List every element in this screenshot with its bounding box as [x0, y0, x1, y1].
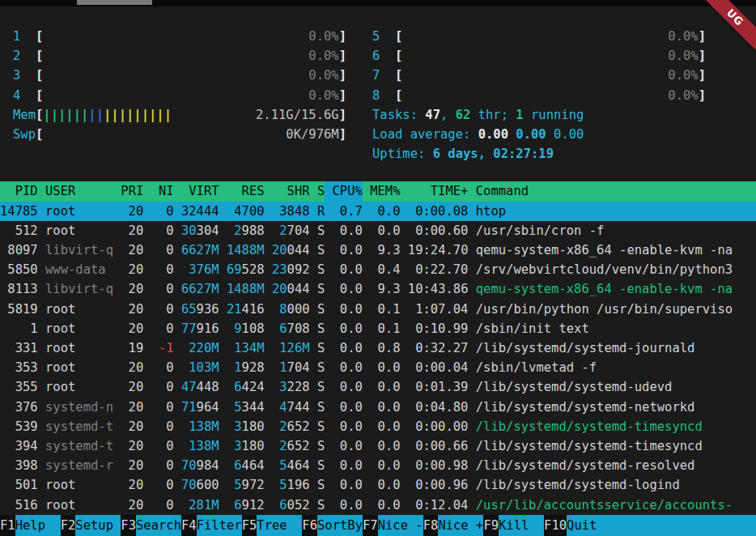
fnkey-label: F9 — [483, 515, 499, 536]
header-cell-command[interactable]: Command — [468, 181, 756, 201]
shr-cell: 20044 — [265, 240, 310, 260]
nice-cell: 0 — [143, 398, 173, 417]
fnkey-item[interactable]: F8 Nice + — [423, 515, 484, 536]
tasks-threads: 62 — [456, 108, 471, 122]
nice-cell: -1 — [143, 338, 173, 358]
shr-cell: 5196 — [265, 475, 310, 495]
fnkey-item[interactable]: F3 Search — [121, 515, 181, 536]
process-row[interactable]: 14785 root 20 0 32444 4700 3848 R 0.7 0.… — [0, 202, 756, 221]
virt-cyan-part: 138M — [189, 419, 219, 434]
priority-cell: 20 — [113, 417, 143, 436]
meter-close-bracket: ] — [339, 46, 346, 66]
header-cell-cpu-sorted[interactable]: CPU% — [325, 181, 363, 201]
priority-cell: 20 — [113, 436, 143, 456]
nice-cell: 0 — [143, 240, 173, 260]
mem-pct-cell: 0.0 — [363, 417, 401, 436]
virt-cell: 138M — [174, 436, 219, 456]
header-cell-mem[interactable]: MEM% — [363, 181, 401, 201]
process-table: PID USER PRI NI VIRT RES SHR S CPU% MEM%… — [0, 181, 756, 514]
user-cell: systemd-t — [38, 436, 113, 456]
cpu-pct-cell: 0.0 — [325, 377, 363, 397]
fnkey-item[interactable]: F5 Tree — [242, 515, 303, 536]
cpu-pct-cell: 0.0 — [325, 279, 363, 299]
cpu-pct-cell: 0.0 — [325, 300, 363, 319]
fnkey-item[interactable]: F1 Help — [0, 515, 61, 536]
priority-cell: 20 — [113, 279, 143, 299]
virt-cyan-part: 376M — [189, 262, 219, 277]
shr-cyan-part: 2 — [279, 439, 287, 453]
header-cell-user[interactable]: USER — [38, 181, 113, 201]
process-row[interactable]: 1 root 20 0 77916 9108 6708 S 0.0 0.1 0:… — [0, 319, 756, 338]
shr-cyan-part: 5 — [279, 458, 287, 473]
cpu-number: 3 — [13, 66, 36, 85]
priority-cell: 20 — [113, 240, 143, 260]
shr-cyan-part: 126M — [279, 341, 309, 355]
cpu-pct-cell: 0.0 — [325, 221, 363, 240]
process-row[interactable]: 353 root 20 0 103M 1928 1704 S 0.0 0.0 0… — [0, 358, 756, 377]
process-row[interactable]: 516 root 20 0 281M 6912 6052 S 0.0 0.0 0… — [0, 496, 756, 515]
fnkey-item[interactable]: F2 Setup — [61, 515, 121, 536]
process-row[interactable]: 398 systemd-r 20 0 70984 6464 5464 S 0.0… — [0, 456, 756, 475]
user-cell: root — [38, 338, 113, 358]
header-cell-virt[interactable]: VIRT — [174, 181, 219, 201]
res-cyan-part: 21 — [227, 302, 242, 317]
meter-close-bracket: ] — [699, 86, 706, 105]
meter-open-bracket: [ — [36, 86, 43, 105]
header-cell-time[interactable]: TIME+ — [400, 181, 468, 201]
fnkey-label: F7 — [363, 515, 378, 536]
priority-cell: 20 — [113, 475, 143, 495]
process-row[interactable]: 331 root 19 -1 220M 134M 126M S 0.0 0.8 … — [0, 338, 756, 358]
mem-pct-cell: 0.1 — [363, 300, 401, 319]
state-cell: R — [310, 202, 325, 221]
header-cell-shr[interactable]: SHR — [265, 181, 310, 201]
process-row[interactable]: 8097 libvirt-q 20 0 6627M 1488M 20044 S … — [0, 240, 756, 260]
user-cell: root — [38, 475, 113, 495]
meter-close-bracket: ] — [339, 86, 346, 105]
process-row[interactable]: 501 root 20 0 70600 5972 5196 S 0.0 0.0 … — [0, 475, 756, 495]
process-row[interactable]: 539 systemd-t 20 0 138M 3180 2652 S 0.0 … — [0, 417, 756, 436]
header-cell-pri[interactable]: PRI — [113, 181, 143, 201]
loadavg-label: Load average: — [372, 127, 478, 142]
mem-pct-cell: 0.0 — [363, 496, 401, 515]
shr-cyan-part: 6 — [279, 498, 287, 513]
header-cell-ni[interactable]: NI — [143, 181, 173, 201]
command-cell: /sbin/init text — [468, 319, 756, 338]
res-cell: 4700 — [219, 202, 265, 221]
fnkey-item[interactable]: F10 Quit — [544, 515, 597, 536]
command-cell: /lib/systemd/systemd-networkd — [468, 398, 756, 417]
fnkey-item[interactable]: F9 Kill — [483, 515, 544, 536]
res-cyan-part: 4 — [234, 204, 241, 219]
res-cell: 5344 — [219, 398, 265, 417]
res-cyan-part: 2 — [234, 223, 241, 238]
fnkey-item[interactable]: F7 Nice - — [363, 515, 423, 536]
shr-cyan-part: 5 — [279, 478, 287, 492]
res-cyan-part: 6 — [234, 458, 241, 473]
header-cell-res[interactable]: RES — [219, 181, 265, 201]
header-cell-pid[interactable]: PID — [0, 181, 38, 201]
fnkey-item[interactable]: F4 Filter — [181, 515, 242, 536]
virt-cyan-part: 71 — [181, 400, 197, 415]
process-row[interactable]: 355 root 20 0 47448 6424 3228 S 0.0 0.0 … — [0, 377, 756, 397]
process-row[interactable]: 376 systemd-n 20 0 71964 5344 4744 S 0.0… — [0, 398, 756, 417]
process-row[interactable]: 8113 libvirt-q 20 0 6627M 1488M 20044 S … — [0, 279, 756, 299]
time-cell: 0:00.60 — [400, 221, 468, 240]
tasks-count: 47 — [425, 108, 440, 122]
meter-open-bracket: [ — [36, 66, 43, 85]
res-cell: 3180 — [219, 436, 265, 456]
pid-cell: 8097 — [0, 240, 38, 260]
fnkey-item[interactable]: F6 SortBy — [302, 515, 363, 536]
header-cell-state[interactable]: S — [310, 181, 325, 201]
process-row[interactable]: 394 systemd-t 20 0 138M 3180 2652 S 0.0 … — [0, 436, 756, 456]
priority-cell: 20 — [113, 260, 143, 279]
shr-white-part: 704 — [287, 223, 310, 238]
meter-open-bracket: [ — [395, 66, 402, 85]
res-cyan-part: 1488M — [227, 282, 265, 296]
virt-cell: 71964 — [174, 398, 219, 417]
virt-cyan-part: 70 — [181, 458, 197, 473]
time-cell: 0:12.04 — [400, 496, 468, 515]
cpu-number: 6 — [372, 46, 395, 66]
process-row[interactable]: 512 root 20 0 30304 2988 2704 S 0.0 0.0 … — [0, 221, 756, 240]
process-row[interactable]: 5819 root 20 0 65936 21416 8000 S 0.0 0.… — [0, 300, 756, 319]
state-cell: S — [310, 377, 325, 397]
process-row[interactable]: 5850 www-data 20 0 376M 69528 23092 S 0.… — [0, 260, 756, 279]
